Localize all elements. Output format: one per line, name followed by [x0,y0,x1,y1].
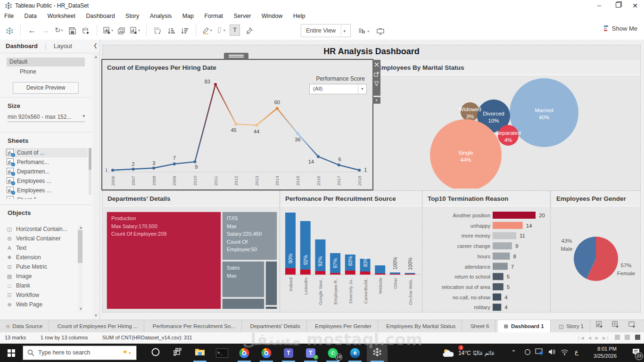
first-tab-icon[interactable]: |◀ [578,336,586,340]
minimize-button[interactable]: ─ [592,0,606,11]
device-preview-button[interactable]: Device Preview [13,82,79,94]
task-view-icon[interactable] [167,344,188,362]
menu-analysis[interactable]: Analysis [146,12,176,20]
collapse-sidebar-icon[interactable]: ❮ [93,42,98,49]
tab-recruitment-sheet[interactable]: Perfomance Per Recruitment So... [147,320,242,333]
teams-icon[interactable]: T [278,344,299,362]
new-worksheet-icon[interactable]: ▾ [103,22,114,39]
scroll-down-icon[interactable]: ▼ [93,313,99,319]
object-blank[interactable]: □Blank [6,281,76,290]
fit-selector[interactable]: Entire View ▾ [301,24,351,37]
menu-story[interactable]: Story [121,12,143,20]
size-dropdown[interactable]: min 920x560 - max 152... ▾ [8,114,85,122]
command-prompt-icon[interactable]: >_ [212,344,232,362]
device-phone-row[interactable]: Phone [7,67,85,76]
teams-icon[interactable]: T✓ [300,344,321,362]
new-worksheet-button[interactable] [592,320,606,333]
hiring-date-panel[interactable]: Count of Employees Per Hiring Date Perfo… [101,59,373,190]
duplicate-sheet-icon[interactable] [116,23,127,39]
display-cast-icon[interactable] [535,348,543,357]
sheet-item[interactable]: Sheet 6 [5,195,88,199]
menu-dashboard[interactable]: Dashboard [82,12,119,20]
close-button[interactable]: ✕ [628,0,642,11]
marital-bubble-chart[interactable]: Married40%Widowed3%Divorced10%Single44%S… [374,76,639,189]
tab-data-source[interactable]: ⍾Data Source [0,320,49,333]
tableau-home-icon[interactable] [4,23,15,39]
remove-panel-icon[interactable] [372,60,380,69]
use-as-filter-icon[interactable] [372,79,380,88]
device-default-row[interactable]: Default [7,58,85,66]
scroll-down-icon[interactable]: ▼ [78,306,84,312]
new-story-button[interactable] [625,320,639,333]
format-icon[interactable]: ▾ [215,22,226,39]
chrome-icon[interactable] [256,344,277,362]
fix-axes-icon[interactable] [244,23,255,39]
menu-help[interactable]: Help [289,12,310,20]
object-vertical-container[interactable]: ⊟Vertical Container [6,234,76,243]
show-sheet-sorter-icon[interactable] [635,335,640,340]
gender-pie-chart[interactable]: 43%Male57%Female [553,212,639,312]
file-explorer-icon[interactable] [190,344,210,362]
termination-bar-chart[interactable]: Another position20unhappy14more money11c… [424,211,549,312]
tray-expand-icon[interactable]: ⌃ [511,349,516,356]
share-icon[interactable]: ▾ [358,23,370,40]
object-text[interactable]: AText [6,243,76,253]
presentation-mode-icon[interactable] [375,23,386,39]
tab-marital-sheet[interactable]: Employees By Marital Status [380,320,462,333]
show-tabs-icon[interactable] [615,335,620,340]
menu-format[interactable]: Format [200,12,227,20]
tab-gender-sheet[interactable]: Employees Per Gender [309,320,378,333]
hiring-line-chart[interactable]: 1200622007320087200992010832011452012442… [106,78,370,189]
sheet-item[interactable]: ✓Employees ... [5,186,88,195]
tab-story1[interactable]: ◫Story 1 [553,320,590,333]
prev-tab-icon[interactable]: ◀ [588,336,593,340]
chrome-icon[interactable] [234,344,255,362]
tab-dashboard[interactable]: Dashboard [0,40,43,52]
object-extension[interactable]: ❖Extension [6,253,76,262]
last-tab-icon[interactable]: ▶| [603,336,610,340]
next-tab-icon[interactable]: ▶ [595,336,600,340]
whatsapp-icon[interactable]: ✆18 [322,344,343,362]
save-icon[interactable] [66,23,78,39]
new-data-source-icon[interactable] [80,23,91,39]
show-filmstrip-icon[interactable] [625,335,630,340]
restore-button[interactable] [611,0,625,11]
menu-window[interactable]: Window [257,12,287,20]
object-horizontal-container[interactable]: ◫Horizontal Contain... [6,224,76,234]
menu-worksheet[interactable]: Worksheet [43,12,80,20]
panel-drag-handle[interactable] [224,53,248,59]
menu-map[interactable]: Map [178,12,198,20]
sheet-item[interactable]: ✓Employees ... [5,176,88,186]
objects-scrollbar-thumb[interactable] [78,230,83,263]
scroll-up-icon[interactable]: ▲ [93,54,99,60]
search-input[interactable]: Type here to search ✦✦ [23,346,137,360]
clock[interactable]: 8:01 PM 3/25/2026 [594,346,617,360]
menu-server[interactable]: Server [230,12,256,20]
object-workflow[interactable]: ☷Workflow [6,290,76,300]
start-button[interactable] [0,344,23,362]
more-options-icon[interactable]: ▾ [372,97,380,104]
swap-axes-icon[interactable] [152,23,163,39]
new-dashboard-button[interactable] [609,320,623,333]
clear-sheet-icon[interactable]: ▾ [130,22,141,39]
menu-file[interactable]: File [0,12,18,20]
sheet-item[interactable]: ✓Count of ... [5,148,88,157]
volume-icon[interactable] [548,348,556,357]
object-image[interactable]: ▨Image [6,272,76,281]
sheet-list-scrollbar-thumb[interactable] [89,148,91,170]
tab-dashboard1[interactable]: ⊞Dashboard 1 [498,320,551,333]
highlight-icon[interactable]: ▾ [201,22,213,39]
tableau-icon[interactable] [367,344,388,362]
redo-icon[interactable]: → [40,23,51,39]
tab-hiring-sheet[interactable]: Count of Employees Per Hiring ... [51,320,145,333]
object-pulse-metric[interactable]: ⊡Pulse Metric [6,262,76,272]
tab-layout[interactable]: Layout [48,40,78,52]
sort-descending-icon[interactable] [179,23,190,39]
object-web-page[interactable]: ⊕Web Page [6,300,76,309]
undo-icon[interactable]: ← [26,23,38,39]
sidebar-scrollbar[interactable]: ▲ ▼ [93,54,99,319]
show-mark-labels-icon[interactable]: T [230,25,240,36]
wifi-icon[interactable] [561,349,569,357]
notification-center-icon[interactable]: 23 [632,348,640,358]
onedrive-icon[interactable] [524,349,531,357]
